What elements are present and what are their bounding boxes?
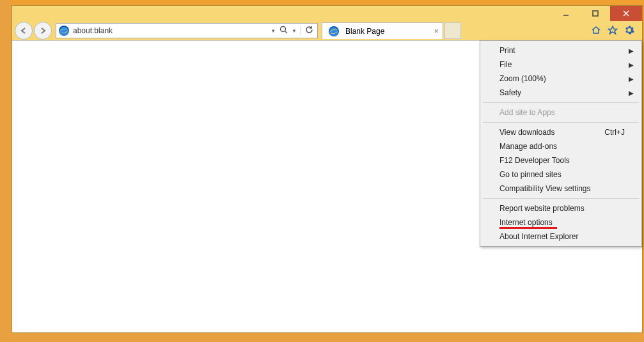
tools-button[interactable] [624,25,634,37]
menu-internet-options[interactable]: Internet options [482,215,640,229]
star-icon [608,25,618,35]
desktop-background-bottom [0,333,644,342]
menu-report-website-problems[interactable]: Report website problems [482,201,640,215]
svg-point-4 [281,27,286,32]
gear-icon [624,25,634,35]
menu-manage-addons[interactable]: Manage add-ons [482,139,640,153]
menu-label: View downloads [499,128,555,137]
close-button[interactable] [610,6,642,21]
arrow-right-icon [38,26,47,35]
maximize-icon [592,10,599,17]
minimize-button[interactable] [551,6,581,21]
navigation-bar: ▼ ▼ Blank Page × [12,21,642,40]
menu-label: Add site to Apps [499,108,555,117]
menu-view-downloads[interactable]: View downloads Ctrl+J [482,125,640,139]
titlebar[interactable] [12,6,642,21]
close-icon [622,10,630,17]
submenu-arrow-icon: ▶ [629,75,634,82]
menu-label: File [499,60,512,69]
history-dropdown-icon[interactable]: ▼ [271,28,276,34]
menu-separator [483,198,639,199]
menu-about-internet-explorer[interactable]: About Internet Explorer [482,229,640,244]
menu-label: Internet options [499,218,553,227]
menu-label: Manage add-ons [499,142,557,151]
menu-file[interactable]: File ▶ [482,58,640,72]
svg-point-7 [628,29,631,31]
menu-safety[interactable]: Safety ▶ [482,86,640,100]
menu-add-site-to-apps: Add site to Apps [482,105,640,120]
svg-line-5 [285,31,287,33]
annotation-highlight [499,227,557,229]
favorites-button[interactable] [608,25,618,37]
tab-close-button[interactable]: × [434,26,439,36]
address-bar[interactable]: ▼ ▼ [56,23,318,38]
desktop-background-left [0,0,12,342]
ie-window: ▼ ▼ Blank Page × [12,5,643,333]
menu-go-to-pinned-sites[interactable]: Go to pinned sites [482,167,640,182]
menu-label: Zoom (100%) [499,74,546,83]
menu-print[interactable]: Print ▶ [482,43,640,58]
search-icon [279,26,288,34]
svg-rect-1 [593,11,598,16]
separator [301,26,301,35]
window-controls [551,6,642,21]
menu-shortcut: Ctrl+J [604,128,625,137]
arrow-left-icon [19,26,28,35]
menu-label: Safety [499,88,521,97]
menu-f12-developer-tools[interactable]: F12 Developer Tools [482,153,640,167]
menu-compatibility-view-settings[interactable]: Compatibility View settings [482,182,640,196]
address-bar-controls: ▼ ▼ [267,26,317,36]
menu-label: About Internet Explorer [499,232,578,241]
menu-separator [483,102,639,103]
browser-tab[interactable]: Blank Page × [322,22,443,39]
home-icon [591,25,601,35]
search-provider-dropdown-icon[interactable]: ▼ [292,28,297,34]
url-input[interactable] [72,24,267,37]
submenu-arrow-icon: ▶ [629,61,634,68]
new-tab-button[interactable] [444,22,461,39]
home-button[interactable] [591,25,601,37]
svg-marker-6 [609,26,617,34]
minimize-icon [562,10,570,17]
search-button[interactable] [279,26,288,36]
tools-menu: Print ▶ File ▶ Zoom (100%) ▶ Safety ▶ Ad… [480,40,642,247]
menu-label: Report website problems [499,204,585,213]
ie-logo-icon [329,26,339,36]
maximize-button[interactable] [581,6,610,21]
menu-label: F12 Developer Tools [499,156,570,165]
menu-label: Compatibility View settings [499,184,591,193]
submenu-arrow-icon: ▶ [629,47,634,54]
ie-logo-icon [59,26,69,36]
menu-label: Print [499,46,515,55]
toolbar-icons [591,25,640,37]
menu-zoom[interactable]: Zoom (100%) ▶ [482,72,640,86]
refresh-icon [305,26,313,34]
tab-title: Blank Page [345,27,384,36]
submenu-arrow-icon: ▶ [629,89,634,97]
refresh-button[interactable] [305,26,313,36]
menu-label: Go to pinned sites [499,170,562,179]
forward-button[interactable] [34,22,52,40]
back-button[interactable] [15,22,33,40]
menu-separator [483,122,639,123]
